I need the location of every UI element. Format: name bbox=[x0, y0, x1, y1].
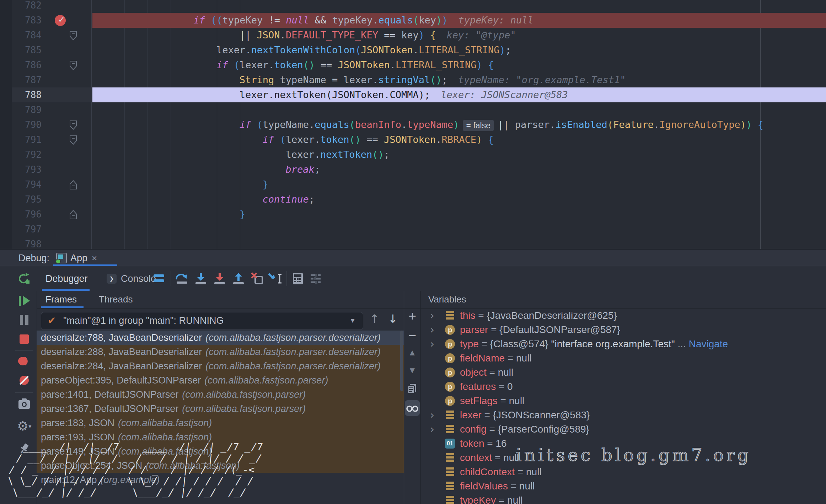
debug-tool-window-header: Debug: App × bbox=[0, 249, 826, 267]
expand-chevron-icon[interactable]: › bbox=[430, 323, 434, 337]
variable-row-setFlags[interactable]: psetFlagssetFlags = null bbox=[420, 394, 826, 408]
view-breakpoints-icon[interactable] bbox=[17, 354, 31, 368]
stack-frame-row[interactable]: parse:193, JSON(com.alibaba.fastjson) bbox=[37, 430, 404, 444]
expand-chevron-icon[interactable]: › bbox=[430, 422, 434, 436]
show-watches-toggle[interactable] bbox=[405, 400, 420, 416]
layout-settings-icon[interactable] bbox=[309, 272, 323, 286]
variable-row-fieldValues[interactable]: fieldValuesfieldValues = null bbox=[420, 479, 826, 493]
code-line-787[interactable]: 787String typeName = lexer.stringVal();t… bbox=[12, 73, 826, 87]
navigate-link[interactable]: Navigate bbox=[689, 338, 728, 349]
debugger-left-toolbar: ⚙▾ bbox=[12, 291, 37, 504]
step-out-icon[interactable] bbox=[231, 272, 246, 286]
pause-icon[interactable] bbox=[17, 313, 31, 327]
thread-dump-camera-icon[interactable] bbox=[17, 397, 31, 411]
frames-scrollbar[interactable] bbox=[400, 331, 403, 391]
tab-debugger[interactable]: Debugger bbox=[45, 266, 88, 291]
fold-marker-collapse-icon[interactable] bbox=[69, 120, 77, 130]
run-to-cursor-icon[interactable] bbox=[267, 272, 281, 286]
tab-threads[interactable]: Threads bbox=[99, 291, 133, 308]
variable-row-object[interactable]: pobjectobject = null bbox=[420, 365, 826, 380]
stack-frame-row[interactable]: parse:1401, DefaultJSONParser(com.alibab… bbox=[37, 387, 404, 402]
pin-icon[interactable] bbox=[17, 441, 31, 456]
move-down-button[interactable]: ▼ bbox=[406, 365, 419, 379]
stack-frame-row[interactable]: parseObject:254, JSON(com.alibaba.fastjs… bbox=[37, 459, 404, 473]
code-text: String typeName = lexer.stringVal();type… bbox=[101, 73, 626, 87]
code-line-792[interactable]: 792lexer.nextToken(); bbox=[12, 147, 826, 162]
code-text: break; bbox=[101, 162, 320, 177]
fold-marker-end-icon[interactable] bbox=[69, 210, 77, 220]
code-line-796[interactable]: 796} bbox=[12, 207, 826, 222]
expand-chevron-icon[interactable]: › bbox=[430, 408, 434, 422]
code-line-789[interactable]: 789 bbox=[12, 102, 826, 117]
stack-frame-row[interactable]: deserialze:284, JavaBeanDeserializer(com… bbox=[37, 359, 404, 373]
code-line-790[interactable]: 790if (typeName.equals(beanInfo.typeName… bbox=[12, 117, 826, 132]
breakpoint-icon[interactable]: ✓ bbox=[55, 15, 66, 26]
variable-row-childContext[interactable]: childContextchildContext = null bbox=[420, 465, 826, 479]
thread-running-check-icon: ✔ bbox=[48, 315, 56, 326]
code-line-783[interactable]: 783✓if ((typeKey != null && typeKey.equa… bbox=[12, 13, 826, 28]
step-over-icon[interactable] bbox=[175, 272, 189, 286]
expand-chevron-icon[interactable]: › bbox=[430, 337, 434, 351]
show-execution-point-icon[interactable] bbox=[152, 272, 166, 286]
stack-frame-row[interactable]: main:12, App(org.example) bbox=[37, 473, 404, 487]
code-line-786[interactable]: 786if (lexer.token() == JSONToken.LITERA… bbox=[12, 58, 826, 73]
variable-row-lexer[interactable]: ›lexerlexer = {JSONScanner@583} bbox=[420, 408, 826, 422]
code-editor[interactable]: 782783✓if ((typeKey != null && typeKey.e… bbox=[12, 0, 826, 249]
tab-app[interactable]: App × bbox=[56, 250, 97, 267]
code-line-797[interactable]: 797 bbox=[12, 222, 826, 237]
inline-debugger-hint: lexer: JSONScanner@583 bbox=[441, 89, 568, 100]
fold-marker-end-icon[interactable] bbox=[69, 180, 77, 190]
stack-frame-row[interactable]: deserialze:788, JavaBeanDeserializer(com… bbox=[37, 331, 404, 345]
line-number: 794 bbox=[15, 177, 42, 192]
stack-frame-row[interactable]: parse:183, JSON(com.alibaba.fastjson) bbox=[37, 416, 404, 430]
variable-row-config[interactable]: ›configconfig = {ParserConfig@589} bbox=[420, 422, 826, 436]
code-line-785[interactable]: 785lexer.nextTokenWithColon(JSONToken.LI… bbox=[12, 43, 826, 58]
thread-selector-dropdown[interactable]: ✔ "main"@1 in group "main": RUNNING ▼ bbox=[41, 312, 363, 330]
settings-gear-icon[interactable]: ⚙▾ bbox=[17, 419, 31, 433]
previous-frame-button[interactable]: ↑ bbox=[370, 312, 379, 326]
evaluate-expression-icon[interactable] bbox=[291, 272, 305, 286]
move-up-button[interactable]: ▲ bbox=[406, 348, 419, 361]
line-number: 791 bbox=[15, 132, 42, 147]
copy-icon[interactable] bbox=[406, 382, 419, 395]
ide-window: 7: Structure 2: Favorites ★ 782783✓if ((… bbox=[0, 0, 826, 504]
rerun-icon[interactable] bbox=[17, 272, 31, 285]
stop-icon[interactable] bbox=[17, 332, 31, 346]
fold-marker-collapse-icon[interactable] bbox=[69, 60, 77, 70]
code-line-791[interactable]: 791if (lexer.token() == JSONToken.RBRACE… bbox=[12, 132, 826, 147]
stack-frame-row[interactable]: parse:1367, DefaultJSONParser(com.alibab… bbox=[37, 402, 404, 416]
close-icon[interactable]: × bbox=[92, 253, 97, 264]
variable-row-this[interactable]: ›thisthis = {JavaBeanDeserializer@625} bbox=[420, 309, 826, 323]
variable-row-token[interactable]: 01tokentoken = 16 bbox=[420, 436, 826, 451]
next-frame-button[interactable]: ↓ bbox=[388, 312, 398, 326]
mute-breakpoints-icon[interactable] bbox=[17, 373, 31, 387]
tab-frames[interactable]: Frames bbox=[45, 291, 77, 308]
tab-console[interactable]: ❯ Console bbox=[107, 266, 156, 291]
add-watch-button[interactable]: + bbox=[406, 309, 419, 322]
code-text: if (typeName.equals(beanInfo.typeName)= … bbox=[101, 117, 763, 132]
variable-row-typeKey[interactable]: typeKeytypeKey = null bbox=[420, 493, 826, 504]
step-into-icon[interactable] bbox=[194, 272, 208, 286]
code-line-794[interactable]: 794} bbox=[12, 177, 826, 192]
variable-row-type[interactable]: ›ptypetype = {Class@574} "interface org.… bbox=[420, 337, 826, 351]
code-line-793[interactable]: 793break; bbox=[12, 162, 826, 177]
code-line-795[interactable]: 795continue; bbox=[12, 192, 826, 207]
remove-watch-button[interactable]: − bbox=[406, 328, 419, 342]
variable-row-fieldName[interactable]: pfieldNamefieldName = null bbox=[420, 351, 826, 365]
code-line-784[interactable]: 784|| JSON.DEFAULT_TYPE_KEY == key) {key… bbox=[12, 28, 826, 43]
fold-marker-collapse-icon[interactable] bbox=[69, 31, 77, 41]
fold-marker-collapse-icon[interactable] bbox=[69, 135, 77, 145]
stack-frame-row[interactable]: parseObject:395, DefaultJSONParser(com.a… bbox=[37, 373, 404, 387]
expand-chevron-icon[interactable]: › bbox=[430, 309, 434, 323]
code-line-788[interactable]: 788lexer.nextToken(JSONToken.COMMA);lexe… bbox=[12, 87, 826, 102]
force-step-into-icon[interactable] bbox=[213, 272, 227, 286]
toolbar-separator bbox=[286, 271, 287, 286]
resume-icon[interactable] bbox=[17, 294, 31, 308]
drop-frame-icon[interactable] bbox=[250, 272, 264, 286]
code-line-782[interactable]: 782 bbox=[12, 0, 826, 13]
variable-row-features[interactable]: pfeaturesfeatures = 0 bbox=[420, 380, 826, 394]
variable-row-context[interactable]: contextcontext = null bbox=[420, 451, 826, 465]
stack-frame-row[interactable]: parse:149, JSON(com.alibaba.fastjson) bbox=[37, 444, 404, 459]
variable-row-parser[interactable]: ›pparserparser = {DefaultJSONParser@587} bbox=[420, 323, 826, 337]
stack-frame-row[interactable]: deserialze:288, JavaBeanDeserializer(com… bbox=[37, 345, 404, 359]
